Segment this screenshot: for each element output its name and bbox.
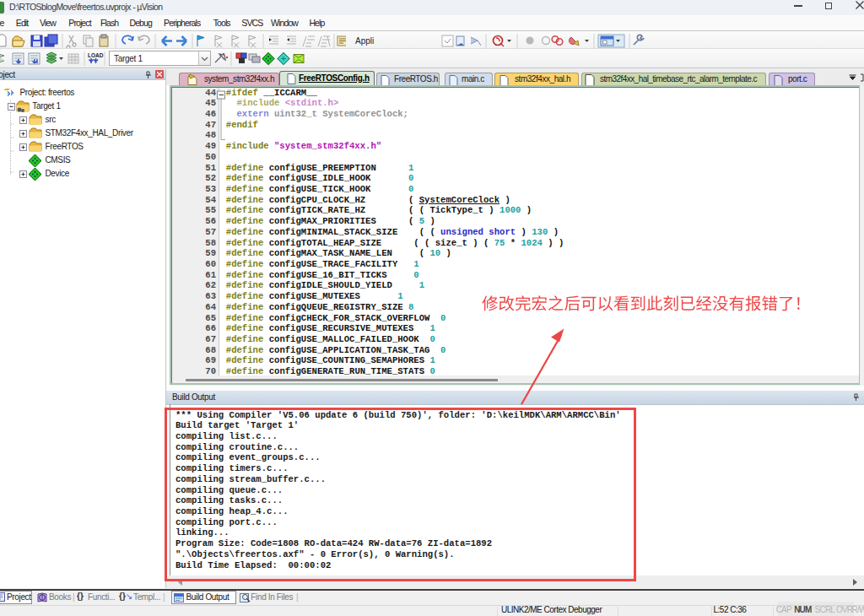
svg-text:LOAD: LOAD bbox=[88, 52, 104, 58]
